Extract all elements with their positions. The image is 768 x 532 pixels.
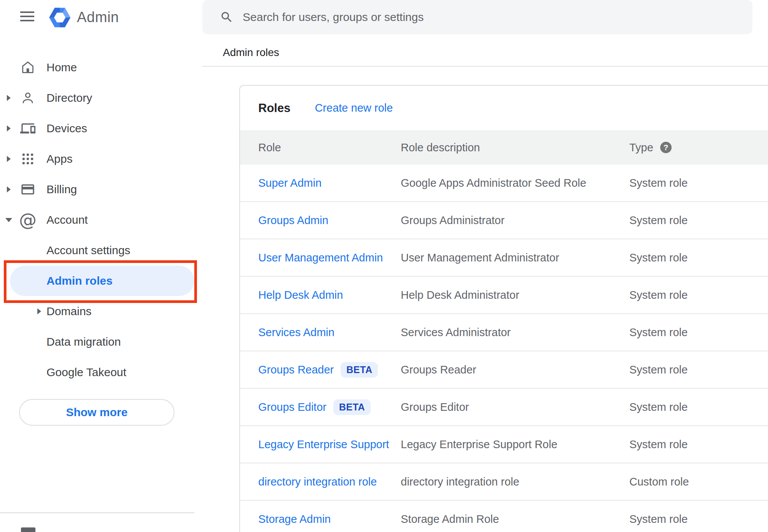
roles-card: Roles Create new role Role Role descript… <box>239 85 768 532</box>
expand-arrow-icon[interactable] <box>7 125 11 131</box>
role-type: Custom role <box>629 476 768 488</box>
sidebar-item-label: Google Takeout <box>46 366 126 379</box>
beta-badge: BETA <box>333 399 371 415</box>
table-row: Groups Editor BETA Groups Editor System … <box>240 389 768 426</box>
collapse-arrow-icon[interactable] <box>5 218 12 222</box>
sidebar-item-label: Data migration <box>46 335 121 348</box>
column-header-role: Role <box>258 141 401 154</box>
table-row: Storage Admin Storage Admin Role System … <box>240 501 768 532</box>
sidebar-item-data-migration[interactable]: Data migration <box>0 327 194 357</box>
role-description: Groups Editor <box>401 401 629 413</box>
annotation-red-box <box>4 260 197 303</box>
table-row: Help Desk Admin Help Desk Administrator … <box>240 277 768 314</box>
table-header-row: Role Role description Type ? <box>240 130 768 165</box>
expand-arrow-icon[interactable] <box>7 95 11 101</box>
role-link[interactable]: Legacy Enterprise Support <box>258 438 389 451</box>
sidebar-item-label: Directory <box>46 91 92 104</box>
sidebar-item-label: Apps <box>46 152 72 165</box>
sidebar-item-home[interactable]: Home <box>0 52 194 83</box>
expand-arrow-icon[interactable] <box>7 156 11 162</box>
role-description: Groups Administrator <box>401 214 629 227</box>
sidebar-item-label: Domains <box>46 305 91 318</box>
sidebar-item-label: Devices <box>46 122 87 135</box>
role-type: System role <box>629 513 768 526</box>
table-row: Groups Reader BETA Groups Reader System … <box>240 351 768 389</box>
partial-menu-icon <box>21 527 35 532</box>
role-description: Google Apps Administrator Seed Role <box>401 177 629 189</box>
role-description: Services Administrator <box>401 326 629 339</box>
expand-arrow-icon[interactable] <box>37 308 41 314</box>
role-link[interactable]: Storage Admin <box>258 513 331 526</box>
table-row: Services Admin Services Administrator Sy… <box>240 314 768 351</box>
sidebar-item-devices[interactable]: Devices <box>0 113 194 144</box>
role-description: Groups Reader <box>401 364 629 376</box>
hamburger-menu-button[interactable] <box>20 11 34 21</box>
role-link[interactable]: Help Desk Admin <box>258 289 343 301</box>
role-type: System role <box>629 177 768 189</box>
role-link[interactable]: directory integration role <box>258 476 377 488</box>
page-title: Admin roles <box>223 46 279 59</box>
table-row: Groups Admin Groups Administrator System… <box>240 202 768 239</box>
table-row: directory integration role directory int… <box>240 463 768 501</box>
role-type: System role <box>629 252 768 264</box>
sidebar-item-label: Home <box>46 61 77 74</box>
role-link[interactable]: Super Admin <box>258 177 322 189</box>
table-row: Super Admin Google Apps Administrator Se… <box>240 165 768 202</box>
roles-card-title: Roles <box>258 101 290 115</box>
role-link[interactable]: Services Admin <box>258 326 334 339</box>
devices-icon <box>20 120 36 137</box>
role-description: directory integration role <box>401 476 629 488</box>
show-more-button[interactable]: Show more <box>19 399 174 426</box>
search-icon <box>220 10 234 24</box>
app-title: Admin <box>77 9 119 26</box>
role-type: System role <box>629 438 768 451</box>
create-new-role-link[interactable]: Create new role <box>315 102 393 114</box>
sidebar-item-directory[interactable]: Directory <box>0 83 194 113</box>
table-row: User Management Admin User Management Ad… <box>240 239 768 277</box>
role-type: System role <box>629 401 768 413</box>
column-header-description: Role description <box>401 141 629 154</box>
column-header-type: Type <box>629 141 653 154</box>
sidebar-item-google-takeout[interactable]: Google Takeout <box>0 357 194 388</box>
sidebar-item-label: Account <box>46 213 88 226</box>
role-type: System role <box>629 326 768 339</box>
sidebar-item-billing[interactable]: Billing <box>0 174 194 205</box>
role-link[interactable]: Groups Admin <box>258 214 328 227</box>
role-description: Help Desk Administrator <box>401 289 629 301</box>
header-divider <box>202 66 768 67</box>
sidebar-divider <box>0 512 194 513</box>
role-type: System role <box>629 214 768 227</box>
expand-arrow-icon[interactable] <box>7 186 11 192</box>
sidebar-item-label: Account settings <box>46 244 130 257</box>
help-icon[interactable]: ? <box>660 142 672 153</box>
beta-badge: BETA <box>341 362 378 378</box>
table-row: Legacy Enterprise Support Legacy Enterpr… <box>240 426 768 463</box>
role-description: User Management Administrator <box>401 252 629 264</box>
role-link[interactable]: Groups Editor <box>258 401 326 413</box>
at-sign-icon: @ <box>20 211 36 229</box>
home-icon <box>20 59 36 76</box>
role-link[interactable]: Groups Reader <box>258 364 334 376</box>
person-icon <box>20 89 36 107</box>
search-input[interactable] <box>243 11 752 24</box>
apps-grid-icon <box>20 150 36 168</box>
role-type: System role <box>629 289 768 301</box>
sidebar-item-label: Billing <box>46 183 77 196</box>
sidebar-item-apps[interactable]: Apps <box>0 144 194 174</box>
sidebar-item-account[interactable]: @ Account <box>0 205 194 235</box>
role-description: Legacy Enterprise Support Role <box>401 438 629 451</box>
role-description: Storage Admin Role <box>401 513 629 526</box>
role-link[interactable]: User Management Admin <box>258 252 383 264</box>
search-bar[interactable] <box>202 0 752 34</box>
role-type: System role <box>629 364 768 376</box>
credit-card-icon <box>20 181 36 198</box>
admin-logo-icon <box>49 6 71 29</box>
